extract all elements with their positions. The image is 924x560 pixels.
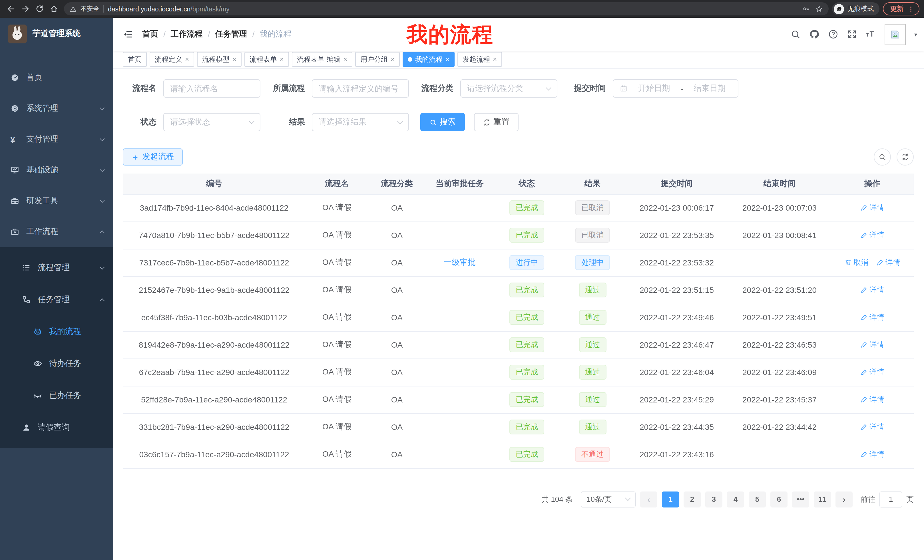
not-secure-icon[interactable] [70, 5, 76, 12]
detail-link[interactable]: 详情 [860, 394, 884, 405]
process-definition-input[interactable] [312, 79, 409, 97]
avatar[interactable] [885, 24, 906, 45]
avatar-caret-icon[interactable]: ▾ [914, 31, 917, 37]
tab-user-group[interactable]: 用户分组× [355, 52, 400, 67]
page-button-2[interactable]: 2 [684, 491, 701, 507]
close-icon[interactable]: × [493, 56, 497, 63]
close-icon[interactable]: × [391, 56, 394, 63]
start-date-placeholder[interactable]: 开始日期 [632, 83, 676, 94]
category-select[interactable]: 请选择流程分类 [460, 79, 557, 97]
toggle-search-button[interactable] [874, 148, 891, 166]
sidebar-item-done-tasks[interactable]: 已办任务 [0, 380, 113, 412]
search-icon[interactable] [790, 29, 801, 39]
detail-link[interactable]: 详情 [860, 230, 884, 240]
sidebar-item-todo-tasks[interactable]: 待办任务 [0, 347, 113, 380]
bookmark-star-icon[interactable] [816, 5, 823, 13]
tab-home[interactable]: 首页 [123, 52, 147, 67]
sidebar-item-workflow[interactable]: 工作流程 [0, 216, 113, 247]
reset-button[interactable]: 重置 [474, 113, 519, 131]
filter-label-category: 流程分类 [409, 83, 460, 94]
back-icon[interactable] [7, 4, 15, 13]
fullscreen-icon[interactable] [847, 29, 857, 39]
address-bar[interactable]: 不安全 dashboard.yudao.iocoder.cn/bpm/task/… [64, 2, 829, 15]
page-button-6[interactable]: 6 [770, 491, 788, 507]
prev-page-button[interactable]: ‹ [640, 491, 657, 507]
url-text[interactable]: dashboard.yudao.iocoder.cn/bpm/task/my [108, 5, 230, 12]
detail-link[interactable]: 详情 [860, 449, 884, 460]
not-secure-label[interactable]: 不安全 [81, 4, 99, 13]
table-row: 3ad174fb-7b9d-11ec-8404-acde48001122 OA … [123, 194, 914, 222]
tab-process-form-edit[interactable]: 流程表单-编辑× [292, 52, 352, 67]
tab-process-definition[interactable]: 流程定义× [150, 52, 194, 67]
detail-link[interactable]: 详情 [860, 422, 884, 432]
current-task-link[interactable]: 一级审批 [444, 258, 476, 267]
tab-my-process[interactable]: 我的流程× [403, 52, 454, 67]
sidebar-item-system[interactable]: 系统管理 [0, 93, 113, 124]
help-icon[interactable] [828, 29, 838, 39]
sidebar-item-devtools[interactable]: 研发工具 [0, 186, 113, 216]
breadcrumb-task-management[interactable]: 任务管理 [215, 29, 247, 39]
tab-process-model[interactable]: 流程模型× [197, 52, 242, 67]
sidebar-item-payment[interactable]: ¥ 支付管理 [0, 124, 113, 155]
status-badge: 已完成 [509, 310, 544, 325]
page-button-4[interactable]: 4 [727, 491, 744, 507]
search-button[interactable]: 搜索 [420, 113, 465, 131]
close-icon[interactable]: × [343, 56, 347, 63]
detail-link[interactable]: 详情 [860, 203, 884, 213]
page-button-1[interactable]: 1 [662, 491, 679, 507]
page-button-5[interactable]: 5 [748, 491, 766, 507]
app-logo-row[interactable]: 芋道管理系统 [0, 18, 113, 49]
sidebar-fold-icon[interactable] [123, 29, 133, 39]
browser-menu-icon[interactable] [908, 5, 914, 12]
update-chip[interactable]: 更新 [883, 2, 920, 15]
sidebar-item-label: 首页 [26, 72, 104, 83]
trash-icon [844, 259, 852, 266]
page-button-3[interactable]: 3 [705, 491, 722, 507]
breadcrumb-home[interactable]: 首页 [142, 29, 158, 39]
detail-link[interactable]: 详情 [860, 340, 884, 350]
tab-start-process[interactable]: 发起流程× [458, 52, 502, 67]
tab-process-form[interactable]: 流程表单× [244, 52, 289, 67]
sidebar-item-home[interactable]: 首页 [0, 62, 113, 93]
github-icon[interactable] [809, 29, 819, 39]
next-page-button[interactable]: › [836, 491, 853, 507]
breadcrumb-workflow[interactable]: 工作流程 [171, 29, 203, 39]
cancel-link[interactable]: 取消 [844, 258, 868, 268]
sidebar-item-label: 我的流程 [49, 326, 104, 337]
update-label[interactable]: 更新 [890, 4, 903, 13]
status-select[interactable]: 请选择状态 [164, 113, 260, 131]
home-icon[interactable] [50, 4, 58, 13]
reload-icon[interactable] [35, 4, 44, 13]
close-icon[interactable]: × [446, 56, 449, 63]
detail-link[interactable]: 详情 [860, 367, 884, 377]
submit-time-range-picker[interactable]: 开始日期 - 结束日期 [613, 79, 738, 97]
page-size-select[interactable]: 10条/页 [581, 491, 636, 507]
result-badge: 处理中 [575, 255, 610, 270]
sidebar-item-my-process[interactable]: 我的流程 [0, 316, 113, 347]
close-icon[interactable]: × [232, 56, 236, 63]
cell-name: OA 请假 [306, 194, 368, 222]
refresh-table-button[interactable] [897, 148, 914, 166]
start-process-button[interactable]: ＋发起流程 [123, 148, 183, 166]
page-button-11[interactable]: 11 [814, 491, 831, 507]
sidebar-item-task-management[interactable]: 任务管理 [0, 284, 113, 316]
detail-link[interactable]: 详情 [860, 312, 884, 322]
forward-icon[interactable] [21, 4, 30, 13]
end-date-placeholder[interactable]: 结束日期 [688, 83, 732, 94]
cell-submit-time: 2022-01-22 23:49:46 [626, 304, 728, 331]
font-size-icon[interactable]: TT [866, 29, 876, 39]
detail-link[interactable]: 详情 [860, 285, 884, 295]
goto-page-input[interactable] [879, 491, 902, 507]
close-icon[interactable]: × [280, 56, 284, 63]
close-icon[interactable]: × [185, 56, 189, 63]
sidebar-item-process-management[interactable]: 流程管理 [0, 252, 113, 284]
process-name-input[interactable] [164, 79, 260, 97]
edit-pencil-icon [860, 232, 868, 239]
detail-link[interactable]: 详情 [876, 258, 900, 268]
sidebar-item-leave-query[interactable]: 请假查询 [0, 412, 113, 443]
cell-end-time: 2022-01-23 00:07:03 [728, 194, 831, 222]
page-ellipsis[interactable]: ••• [792, 491, 809, 507]
result-select[interactable]: 请选择流结果 [312, 113, 409, 131]
sidebar-item-infrastructure[interactable]: 基础设施 [0, 155, 113, 186]
password-key-icon[interactable] [802, 5, 810, 13]
